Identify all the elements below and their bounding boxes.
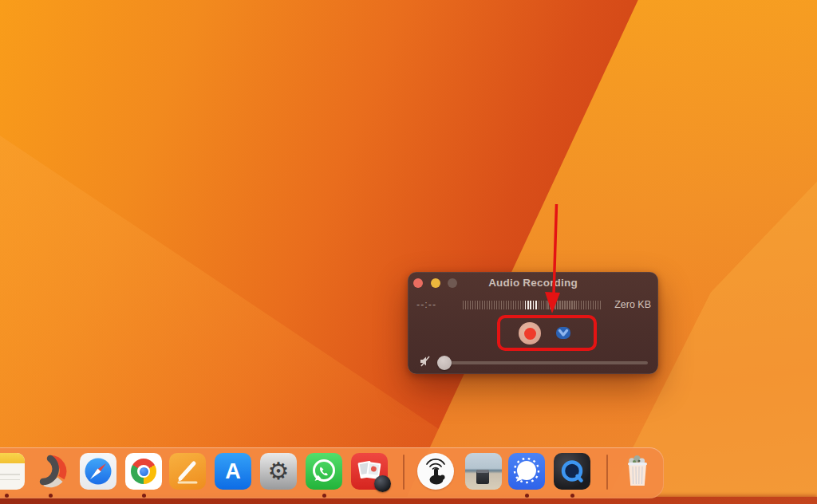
ring-logo-app-icon [32,453,69,490]
dock-item-photo-stack[interactable] [465,453,502,490]
running-indicator [570,494,574,498]
dock-item-whatsapp[interactable] [306,453,342,490]
safari-compass-icon [80,453,116,490]
running-indicator [5,494,9,498]
pen-icon [169,453,206,490]
dock-item-photo-app[interactable] [351,453,388,490]
dock-item-trash[interactable] [619,451,656,488]
running-indicator [142,494,146,498]
dock-item-notes[interactable] [0,453,25,490]
signal-bubble-icon [508,453,545,490]
gear-icon: ⚙ [268,459,290,483]
photo-stack-icon [465,453,502,490]
dock-item-touch-app[interactable] [417,453,454,490]
pointing-hand-icon [417,453,454,490]
app-store-letter: A [225,459,241,484]
dock-item-safari[interactable] [80,453,116,490]
app-badge [374,475,391,492]
whatsapp-bubble-icon [306,453,342,490]
dock-item-pages[interactable] [169,453,206,490]
quicktime-q-icon [554,453,590,490]
notes-app-icon [0,453,25,490]
dock-item-ring-app[interactable] [32,453,69,490]
trash-icon [619,451,656,490]
annotation-arrow-icon [538,199,573,316]
running-indicator [525,494,529,498]
system-settings-icon: ⚙ [260,453,297,490]
running-indicator [322,494,326,498]
dock-item-signal[interactable] [508,453,545,490]
dock-divider [403,455,405,490]
dock-item-app-store[interactable]: A [215,453,251,490]
dock-divider [606,455,608,490]
running-indicator [49,494,53,498]
dock-item-system-settings[interactable]: ⚙ [260,453,297,490]
desktop: Audio Recording --:-- Zero KB [0,0,817,504]
dock-item-chrome[interactable] [125,453,162,490]
chrome-icon [125,453,162,490]
annotation-box [497,315,597,351]
dock-item-quicktime[interactable] [554,453,590,490]
app-store-icon: A [215,453,251,490]
